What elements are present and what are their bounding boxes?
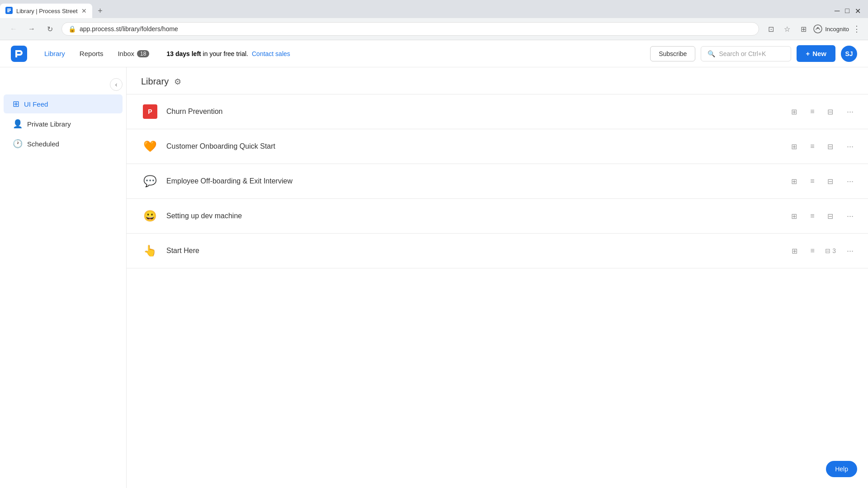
cast-icon[interactable]: ⊡	[764, 23, 777, 35]
bookmark-icon[interactable]: ☆	[781, 23, 793, 35]
template-name: Employee Off-boarding & Exit Interview	[166, 177, 782, 185]
new-tab-button[interactable]: +	[94, 5, 107, 17]
run-icon[interactable]: ⊞	[789, 245, 800, 256]
extensions-icon[interactable]: ⊞	[797, 23, 810, 35]
reports-nav-link[interactable]: Reports	[73, 46, 110, 61]
trial-banner: 13 days left in your free trial. Contact…	[166, 50, 290, 57]
more-menu-icon[interactable]: ···	[847, 246, 854, 256]
forward-button[interactable]: →	[25, 23, 38, 35]
template-actions: ⊞ ≡ ⊟ ···	[789, 211, 854, 221]
trial-text: in your free trial.	[201, 50, 248, 57]
grid-icon: ⊞	[13, 99, 19, 109]
minimize-button[interactable]: ─	[835, 7, 840, 15]
list-icon[interactable]: ≡	[807, 106, 818, 117]
table-icon[interactable]: ⊟	[825, 141, 836, 152]
table-icon[interactable]: ⊟	[825, 106, 836, 117]
template-row[interactable]: 💬 Employee Off-boarding & Exit Interview…	[127, 164, 868, 199]
inbox-nav-link[interactable]: Inbox 18	[111, 46, 156, 61]
more-menu-icon[interactable]: ···	[847, 142, 854, 151]
template-emoji: 😀	[141, 207, 159, 225]
table-icon[interactable]: ⊟	[825, 211, 836, 221]
template-emoji: 🧡	[141, 137, 159, 155]
sidebar-item-ui-feed[interactable]: ⊞ UI Feed	[4, 94, 123, 113]
list-icon[interactable]: ≡	[807, 211, 818, 221]
browser-tab[interactable]: Library | Process Street ✕	[0, 4, 92, 18]
content-header: Library ⚙	[127, 67, 868, 94]
nav-actions: Subscribe 🔍 Search or Ctrl+K + New SJ	[650, 45, 857, 62]
sidebar-label-scheduled: Scheduled	[27, 140, 59, 148]
template-emoji: P	[141, 103, 159, 121]
template-actions: ⊞ ≡ ⊟ ···	[789, 176, 854, 187]
run-icon[interactable]: ⊞	[789, 141, 800, 152]
table-icon: ⊟	[825, 247, 830, 254]
new-button[interactable]: + New	[797, 45, 835, 62]
more-menu-icon[interactable]: ···	[847, 211, 854, 221]
subscribe-button[interactable]: Subscribe	[650, 46, 695, 61]
sidebar: ‹ ⊞ UI Feed 👤 Private Library 🕐 Schedule…	[0, 67, 127, 488]
page-title: Library	[141, 76, 169, 87]
template-actions: ⊞ ≡ ⊟ ···	[789, 141, 854, 152]
refresh-button[interactable]: ↻	[43, 23, 56, 35]
template-name: Customer Onboarding Quick Start	[166, 142, 782, 150]
back-button[interactable]: ←	[7, 23, 20, 35]
collapse-sidebar-button[interactable]: ‹	[110, 78, 123, 91]
search-placeholder: Search or Ctrl+K	[719, 50, 766, 57]
template-row[interactable]: 😀 Setting up dev machine ⊞ ≡ ⊟ ···	[127, 199, 868, 234]
more-menu-icon[interactable]: ···	[847, 107, 854, 117]
inbox-label: Inbox	[118, 50, 134, 57]
template-row[interactable]: P Churn Prevention ⊞ ≡ ⊟ ···	[127, 94, 868, 129]
person-icon: 👤	[13, 119, 23, 129]
run-icon[interactable]: ⊞	[789, 211, 800, 221]
table-with-count[interactable]: ⊟ 3	[825, 247, 836, 254]
template-row[interactable]: 👆 Start Here ⊞ ≡ ⊟ 3 ···	[127, 234, 868, 268]
main-content: ‹ ⊞ UI Feed 👤 Private Library 🕐 Schedule…	[0, 67, 868, 488]
url-bar[interactable]: 🔒 app.process.st/library/folders/home	[61, 22, 759, 36]
tab-close-button[interactable]: ✕	[81, 7, 87, 14]
maximize-button[interactable]: □	[845, 7, 849, 15]
inbox-badge: 18	[137, 50, 149, 57]
template-list: P Churn Prevention ⊞ ≡ ⊟ ··· 🧡 Custo	[127, 94, 868, 268]
clock-icon: 🕐	[13, 139, 23, 149]
sidebar-label-private-library: Private Library	[27, 120, 71, 128]
template-emoji: 💬	[141, 172, 159, 190]
trial-days-bold: 13 days left	[166, 50, 201, 57]
tab-favicon	[5, 7, 13, 15]
content-area: Library ⚙ P Churn Prevention ⊞ ≡ ⊟ ···	[127, 67, 868, 488]
run-icon[interactable]: ⊞	[789, 106, 800, 117]
list-icon[interactable]: ≡	[807, 176, 818, 187]
run-icon[interactable]: ⊞	[789, 176, 800, 187]
template-row[interactable]: 🧡 Customer Onboarding Quick Start ⊞ ≡ ⊟ …	[127, 129, 868, 164]
sidebar-item-scheduled[interactable]: 🕐 Scheduled	[4, 134, 123, 153]
lock-icon: 🔒	[68, 25, 76, 33]
tab-title: Library | Process Street	[16, 8, 78, 14]
search-bar[interactable]: 🔍 Search or Ctrl+K	[701, 46, 791, 61]
close-button[interactable]: ✕	[855, 7, 861, 15]
search-icon: 🔍	[708, 50, 715, 57]
svg-point-2	[817, 27, 819, 29]
more-menu-icon[interactable]: ···	[847, 177, 854, 186]
new-label: New	[812, 50, 826, 57]
sidebar-label-ui-feed: UI Feed	[24, 100, 48, 108]
settings-icon[interactable]: ⚙	[174, 77, 181, 87]
template-actions: ⊞ ≡ ⊟ 3 ···	[789, 245, 854, 256]
count-badge: 3	[832, 247, 836, 254]
incognito-button[interactable]: Incognito	[813, 24, 849, 33]
template-actions: ⊞ ≡ ⊟ ···	[789, 106, 854, 117]
incognito-label: Incognito	[825, 26, 849, 33]
plus-icon: +	[806, 50, 810, 57]
library-nav-link[interactable]: Library	[38, 46, 71, 61]
template-name: Setting up dev machine	[166, 212, 782, 220]
browser-menu-button[interactable]: ⋮	[853, 24, 861, 34]
nav-links: Library Reports Inbox 18	[38, 46, 156, 61]
template-emoji: 👆	[141, 242, 159, 260]
logo[interactable]	[11, 46, 27, 62]
table-icon[interactable]: ⊟	[825, 176, 836, 187]
list-icon[interactable]: ≡	[807, 245, 818, 256]
list-icon[interactable]: ≡	[807, 141, 818, 152]
template-name: Start Here	[166, 247, 782, 255]
sidebar-item-private-library[interactable]: 👤 Private Library	[4, 114, 123, 133]
top-navigation: Library Reports Inbox 18 13 days left in…	[0, 40, 868, 67]
contact-sales-link[interactable]: Contact sales	[252, 50, 290, 57]
help-button[interactable]: Help	[826, 461, 857, 477]
avatar[interactable]: SJ	[841, 46, 857, 62]
